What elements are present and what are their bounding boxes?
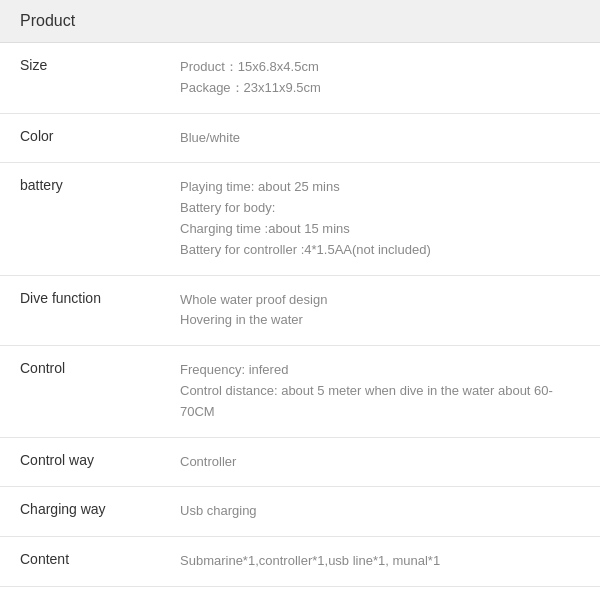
row-label: battery [20, 177, 180, 193]
row-value: Frequency: infered Control distance: abo… [180, 360, 580, 422]
row-value: Product：15x6.8x4.5cm Package：23x11x9.5cm [180, 57, 580, 99]
row-value: Whole water proof design Hovering in the… [180, 290, 580, 332]
row-label: Color [20, 128, 180, 144]
table-row: ContentSubmarine*1,controller*1,usb line… [0, 537, 600, 587]
row-label: Dive function [20, 290, 180, 306]
table-row: Charging wayUsb charging [0, 487, 600, 537]
table-row: ControlFrequency: infered Control distan… [0, 346, 600, 437]
row-value: Playing time: about 25 mins Battery for … [180, 177, 580, 260]
table-row: ColorBlue/white [0, 114, 600, 164]
row-value: Blue/white [180, 128, 580, 149]
row-label: Size [20, 57, 180, 73]
page-header: Product [0, 0, 600, 43]
row-label: Content [20, 551, 180, 567]
row-value: Usb charging [180, 501, 580, 522]
product-table: SizeProduct：15x6.8x4.5cm Package：23x11x9… [0, 43, 600, 587]
row-label: Charging way [20, 501, 180, 517]
row-value: Submarine*1,controller*1,usb line*1, mun… [180, 551, 580, 572]
row-label: Control way [20, 452, 180, 468]
page-title: Product [20, 12, 75, 29]
row-value: Controller [180, 452, 580, 473]
row-label: Control [20, 360, 180, 376]
table-row: batteryPlaying time: about 25 mins Batte… [0, 163, 600, 275]
table-row: Control wayController [0, 438, 600, 488]
table-row: SizeProduct：15x6.8x4.5cm Package：23x11x9… [0, 43, 600, 114]
table-row: Dive functionWhole water proof design Ho… [0, 276, 600, 347]
